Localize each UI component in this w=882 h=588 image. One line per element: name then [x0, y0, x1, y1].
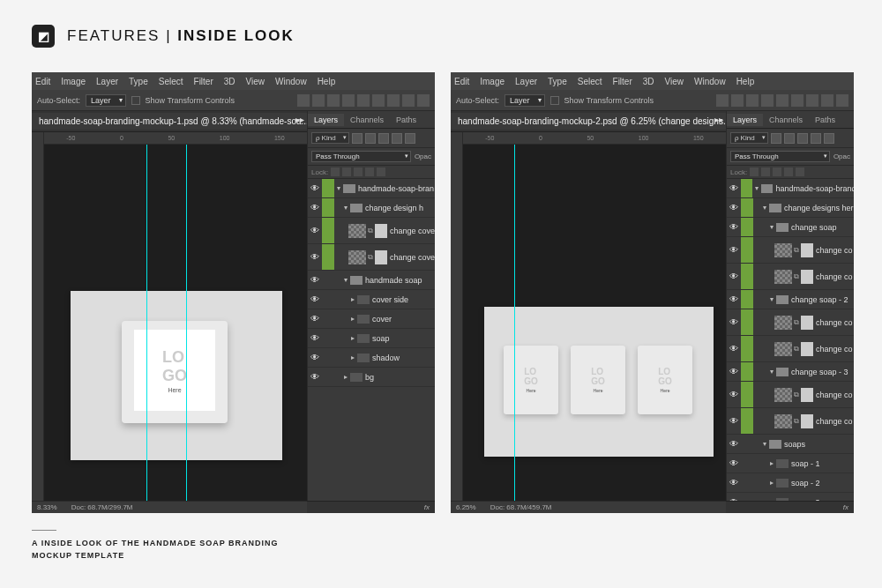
layer-thumbnail[interactable] [348, 250, 366, 264]
layer-row[interactable]: 👁⧉change co [727, 309, 854, 336]
filter-icon[interactable] [771, 133, 781, 144]
menu-window[interactable]: Window [275, 77, 307, 86]
layer-row[interactable]: 👁▾handmade soap [308, 271, 435, 290]
layer-thumbnail[interactable] [774, 316, 792, 330]
layer-thumbnail[interactable] [774, 388, 792, 402]
layer-name[interactable]: cover [372, 315, 392, 324]
layer-row[interactable]: 👁▾change designs her [727, 198, 854, 218]
visibility-toggle-icon[interactable]: 👁 [727, 439, 741, 449]
disclosure-icon[interactable]: ▸ [767, 479, 776, 487]
filter-icon[interactable] [811, 133, 821, 144]
kind-dropdown[interactable]: ρKind [730, 132, 768, 144]
visibility-toggle-icon[interactable]: 👁 [727, 272, 741, 281]
layer-thumbnail[interactable] [348, 224, 366, 238]
menu-filter[interactable]: Filter [613, 77, 632, 86]
layer-row[interactable]: 👁▾change soap [727, 218, 854, 237]
layer-name[interactable]: change co [816, 345, 853, 354]
menu-view[interactable]: View [246, 77, 265, 86]
menu-filter[interactable]: Filter [194, 77, 213, 86]
align-icon[interactable] [836, 94, 848, 107]
menu-layer[interactable]: Layer [96, 77, 118, 86]
tab-channels[interactable]: Channels [344, 114, 390, 126]
lock-icon[interactable] [331, 167, 340, 176]
mask-thumbnail[interactable] [801, 342, 813, 356]
layer-row[interactable]: 👁▾change soap - 3 [727, 362, 854, 382]
menu-3d[interactable]: 3D [224, 77, 235, 86]
layer-row[interactable]: 👁▸soap - 1 [727, 454, 854, 473]
layer-name[interactable]: change co [816, 318, 853, 327]
menu-view[interactable]: View [665, 77, 684, 86]
auto-select-dropdown[interactable]: Layer [505, 94, 545, 107]
align-icon[interactable] [417, 94, 430, 107]
disclosure-icon[interactable]: ▾ [767, 223, 776, 231]
menu-select[interactable]: Select [159, 77, 183, 86]
lock-icon[interactable] [377, 167, 385, 176]
visibility-toggle-icon[interactable]: 👁 [308, 333, 322, 343]
menu-3d[interactable]: 3D [643, 77, 654, 86]
lock-icon[interactable] [773, 167, 781, 176]
tab-layers[interactable]: Layers [308, 114, 344, 126]
layer-row[interactable]: 👁⧉change cove [308, 244, 435, 271]
lock-icon[interactable] [354, 167, 363, 176]
filter-icon[interactable] [797, 133, 808, 144]
layer-name[interactable]: handmade-soap-bran [358, 184, 434, 193]
layer-row[interactable]: 👁⧉change co [727, 382, 854, 408]
visibility-toggle-icon[interactable]: 👁 [727, 183, 741, 193]
visibility-toggle-icon[interactable]: 👁 [308, 226, 322, 235]
tab-paths[interactable]: Paths [390, 114, 422, 126]
guide-line[interactable] [146, 145, 147, 501]
show-transform-checkbox[interactable] [131, 96, 140, 105]
visibility-toggle-icon[interactable]: 👁 [308, 372, 322, 382]
layer-name[interactable]: soap [372, 334, 390, 343]
layer-name[interactable]: change co [816, 417, 853, 426]
layer-name[interactable]: soap - 2 [791, 479, 820, 488]
zoom-level[interactable]: 8.33% [37, 503, 57, 511]
blend-mode-dropdown[interactable]: Pass Through [730, 151, 830, 162]
visibility-toggle-icon[interactable]: 👁 [727, 416, 741, 426]
layer-name[interactable]: change designs her [784, 204, 854, 212]
disclosure-icon[interactable]: ▾ [767, 295, 776, 303]
filter-icon[interactable] [378, 133, 389, 144]
align-icon[interactable] [731, 94, 744, 107]
visibility-toggle-icon[interactable]: 👁 [727, 390, 741, 399]
disclosure-icon[interactable]: ▾ [767, 368, 776, 376]
visibility-toggle-icon[interactable]: 👁 [308, 294, 322, 304]
auto-select-dropdown[interactable]: Layer [86, 94, 126, 107]
layer-row[interactable]: 👁⧉change co [727, 408, 854, 435]
menu-image[interactable]: Image [480, 77, 505, 86]
layer-row[interactable]: 👁▸bg [308, 368, 435, 387]
disclosure-icon[interactable]: ▸ [348, 354, 357, 361]
menu-layer[interactable]: Layer [515, 77, 537, 86]
menu-help[interactable]: Help [736, 77, 755, 86]
mask-thumbnail[interactable] [801, 270, 813, 284]
align-icon[interactable] [357, 94, 370, 107]
layer-thumbnail[interactable] [774, 342, 792, 356]
align-icon[interactable] [746, 94, 759, 107]
disclosure-icon[interactable]: ▸ [348, 295, 357, 303]
blend-mode-dropdown[interactable]: Pass Through [311, 151, 411, 162]
filter-icon[interactable] [405, 133, 415, 144]
visibility-toggle-icon[interactable]: 👁 [308, 314, 322, 324]
layer-name[interactable]: change soap [791, 223, 837, 232]
visibility-toggle-icon[interactable]: 👁 [727, 222, 741, 232]
align-icon[interactable] [402, 94, 415, 107]
document-tab-active[interactable]: handmade-soap-branding-mockup-1.psd @ 8.… [32, 113, 326, 130]
layer-row[interactable]: 👁▾change soap - 2 [727, 290, 854, 309]
filter-icon[interactable] [352, 133, 363, 144]
visibility-toggle-icon[interactable]: 👁 [308, 252, 322, 262]
lock-icon[interactable] [365, 167, 374, 176]
menu-edit[interactable]: Edit [35, 77, 50, 86]
align-icon[interactable] [387, 94, 400, 107]
disclosure-icon[interactable]: ▸ [348, 315, 357, 323]
menu-type[interactable]: Type [548, 77, 567, 86]
menu-window[interactable]: Window [694, 77, 726, 86]
mask-thumbnail[interactable] [801, 316, 813, 330]
layer-row[interactable]: 👁▾change design h [308, 198, 435, 218]
visibility-toggle-icon[interactable]: 👁 [308, 203, 322, 212]
lock-icon[interactable] [750, 167, 759, 176]
menu-edit[interactable]: Edit [454, 77, 469, 86]
layer-thumbnail[interactable] [774, 270, 792, 284]
layer-row[interactable]: 👁▸shadow [308, 348, 435, 368]
layer-row[interactable]: 👁▸soap - 2 [727, 473, 854, 493]
layer-name[interactable]: change co [816, 272, 853, 281]
